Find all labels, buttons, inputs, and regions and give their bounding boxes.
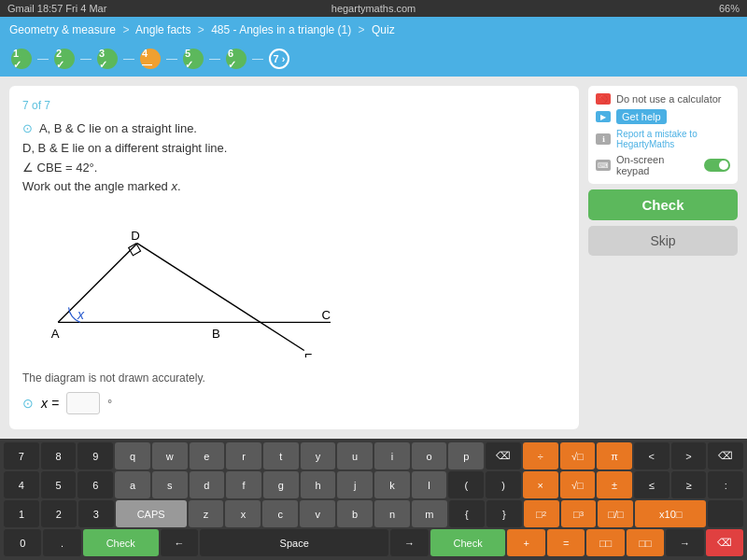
key-dot[interactable]: . — [43, 529, 80, 556]
step-6[interactable]: 6 ✓ — [226, 49, 247, 69]
key-o[interactable]: o — [412, 442, 447, 469]
info-box: 🚫 Do not use a calculator ▶ Get help ℹ R… — [588, 86, 738, 184]
key-less[interactable]: < — [634, 442, 669, 469]
get-help-row[interactable]: ▶ Get help — [596, 109, 730, 124]
key-c[interactable]: c — [262, 500, 298, 527]
question-card: 7 of 7 ⊙ A, B & C lie on a straight line… — [9, 86, 579, 429]
key-u[interactable]: u — [337, 442, 373, 469]
key-pi[interactable]: π — [597, 442, 632, 469]
key-colon[interactable]: : — [708, 471, 743, 498]
key-left-arrow[interactable]: ← — [161, 529, 198, 556]
key-n[interactable]: n — [374, 500, 410, 527]
skip-button[interactable]: Skip — [588, 226, 738, 256]
key-sqrt-box[interactable]: √□ — [560, 442, 596, 469]
key-t[interactable]: t — [263, 442, 299, 469]
key-matrix-2[interactable]: □□ — [627, 529, 664, 556]
key-i[interactable]: i — [374, 442, 410, 469]
key-v[interactable]: v — [300, 500, 335, 527]
key-x[interactable]: x — [225, 500, 261, 527]
key-multiply[interactable]: × — [523, 471, 558, 498]
onscreen-label: On-screen keypad — [616, 154, 698, 176]
key-open-paren[interactable]: ( — [448, 471, 484, 498]
report-row[interactable]: ℹ Report a mistake to HegartyMaths — [596, 129, 730, 149]
step-5[interactable]: 5 ✓ — [183, 49, 204, 69]
key-h[interactable]: h — [301, 471, 336, 498]
key-7[interactable]: 7 — [4, 442, 39, 469]
key-w[interactable]: w — [152, 442, 188, 469]
svg-text:A: A — [51, 327, 60, 341]
report-icon: ℹ — [596, 133, 611, 145]
top-bar-right: 66% — [719, 3, 740, 14]
key-f[interactable]: f — [226, 471, 261, 498]
key-l[interactable]: l — [412, 471, 447, 498]
key-fraction[interactable]: □/□ — [598, 500, 633, 527]
svg-line-1 — [137, 244, 304, 351]
key-r[interactable]: r — [226, 442, 261, 469]
key-leq[interactable]: ≤ — [634, 471, 669, 498]
key-3[interactable]: 3 — [78, 500, 114, 527]
key-k[interactable]: k — [374, 471, 410, 498]
step-7[interactable]: 7 › — [269, 49, 289, 69]
key-caps[interactable]: CAPS — [116, 500, 187, 527]
step-1[interactable]: 1 ✓ — [11, 49, 32, 69]
key-2[interactable]: 2 — [41, 500, 77, 527]
key-close-paren[interactable]: ) — [486, 471, 521, 498]
kb-row-2: 4 5 6 a s d f g h j k l ( ) × √□ ± ≤ ≥ : — [4, 471, 743, 498]
key-0[interactable]: 0 — [4, 529, 41, 556]
key-matrix-1[interactable]: □□ — [586, 529, 624, 556]
key-close-brace[interactable]: } — [486, 500, 522, 527]
key-d[interactable]: d — [190, 471, 225, 498]
key-space[interactable]: Space — [200, 529, 388, 556]
step-4[interactable]: 4 — — [140, 49, 161, 69]
answer-icon: ⊙ — [22, 396, 34, 411]
key-m[interactable]: m — [412, 500, 447, 527]
key-9[interactable]: 9 — [78, 442, 113, 469]
key-check-right[interactable]: Check — [430, 529, 506, 556]
key-greater[interactable]: > — [671, 442, 707, 469]
key-plus[interactable]: + — [507, 529, 544, 556]
key-open-brace[interactable]: { — [449, 500, 485, 527]
key-x10[interactable]: x10□ — [635, 500, 706, 527]
key-backspace-1[interactable]: ⌫ — [486, 442, 521, 469]
get-help-button[interactable]: Get help — [616, 109, 667, 124]
key-e[interactable]: e — [190, 442, 225, 469]
key-b[interactable]: b — [337, 500, 373, 527]
key-4[interactable]: 4 — [4, 471, 39, 498]
breadcrumb-485[interactable]: 485 - Angles in a triangle (1) — [211, 23, 351, 36]
answer-input[interactable] — [66, 392, 100, 414]
key-y[interactable]: y — [301, 442, 336, 469]
keypad-toggle[interactable] — [704, 159, 730, 172]
key-arrow-right-2[interactable]: → — [666, 529, 703, 556]
keypad-icon: ⌨ — [596, 160, 611, 171]
key-1[interactable]: 1 — [4, 500, 39, 527]
key-equals[interactable]: = — [547, 529, 585, 556]
video-icon: ▶ — [596, 111, 611, 122]
key-z[interactable]: z — [189, 500, 224, 527]
breadcrumb-angle-facts[interactable]: Angle facts — [135, 23, 190, 36]
breadcrumb-quiz: Quiz — [372, 23, 395, 36]
key-sqrt-box-2[interactable]: √□ — [560, 471, 596, 498]
key-j[interactable]: j — [337, 471, 373, 498]
step-3[interactable]: 3 ✓ — [97, 49, 118, 69]
key-5[interactable]: 5 — [41, 471, 77, 498]
key-geq[interactable]: ≥ — [671, 471, 707, 498]
key-backspace-3[interactable]: ⌫ — [706, 529, 743, 556]
key-squared[interactable]: □2 — [524, 500, 559, 527]
key-plusminus[interactable]: ± — [597, 471, 632, 498]
breadcrumb-geometry[interactable]: Geometry & measure — [9, 23, 116, 36]
step-2[interactable]: 2 ✓ — [54, 49, 75, 69]
key-a[interactable]: a — [115, 471, 150, 498]
kb-row-1: 7 8 9 q w e r t y u i o p ⌫ ÷ √□ π < > ⌫ — [4, 442, 743, 469]
key-g[interactable]: g — [263, 471, 299, 498]
key-divide[interactable]: ÷ — [523, 442, 558, 469]
key-check-left[interactable]: Check — [83, 529, 159, 556]
key-right-arrow[interactable]: → — [390, 529, 428, 556]
key-cubed[interactable]: □3 — [561, 500, 597, 527]
check-button[interactable]: Check — [588, 189, 738, 220]
key-8[interactable]: 8 — [41, 442, 77, 469]
key-p[interactable]: p — [448, 442, 484, 469]
key-backspace-2[interactable]: ⌫ — [708, 442, 743, 469]
key-s[interactable]: s — [152, 471, 188, 498]
key-6[interactable]: 6 — [78, 471, 113, 498]
key-q[interactable]: q — [115, 442, 150, 469]
